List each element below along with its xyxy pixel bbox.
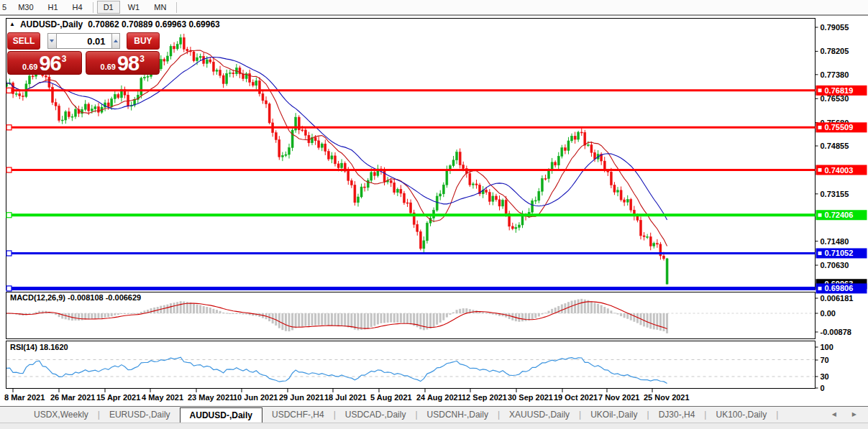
- line-anchor-handle[interactable]: [6, 125, 12, 130]
- macd-indicator-label: MACD(12,26,9) -0.008108 -0.006629: [10, 293, 141, 302]
- time-axis: 8 Mar 202126 Mar 202115 Apr 20214 May 20…: [4, 389, 690, 402]
- svg-text:30 Sep 2021: 30 Sep 2021: [508, 393, 553, 402]
- svg-text:8 Mar 2021: 8 Mar 2021: [4, 393, 45, 402]
- line-anchor-handle[interactable]: [6, 167, 12, 172]
- sell-price-sup: 3: [62, 54, 67, 64]
- line-anchor-handle[interactable]: [6, 286, 12, 291]
- sell-price-big: 96: [39, 54, 60, 73]
- chart-tab-eurusd-daily[interactable]: EURUSD-,Daily: [100, 407, 180, 423]
- line-price-label: 0.75509: [816, 122, 867, 132]
- chart-tab-usdcnh-daily[interactable]: USDCNH-,Daily: [418, 407, 498, 423]
- chart-tab-usdcad-daily[interactable]: USDCAD-,Daily: [336, 407, 416, 423]
- rsi-panel: [6, 341, 816, 389]
- svg-text:23 May 2021: 23 May 2021: [188, 393, 234, 402]
- svg-text:0.78205: 0.78205: [821, 47, 849, 55]
- volume-decrease-button[interactable]: [47, 33, 56, 49]
- svg-text:26 Mar 2021: 26 Mar 2021: [50, 393, 95, 402]
- tabs-scroll-left-icon[interactable]: ◀: [832, 412, 836, 418]
- svg-text:0.77380: 0.77380: [821, 70, 849, 79]
- volume-increase-button[interactable]: [111, 33, 120, 49]
- spin-down-icon: [50, 40, 54, 42]
- chart-tab-bar: USDX,Weekly|EURUSD-,DailyAUDUSD-,DailyUS…: [0, 406, 868, 423]
- line-price-label: 0.71052: [816, 248, 867, 258]
- svg-text:0.74855: 0.74855: [821, 142, 849, 150]
- svg-text:0.74003: 0.74003: [825, 166, 854, 175]
- svg-text:0.73155: 0.73155: [821, 190, 849, 198]
- volume-input[interactable]: [57, 33, 111, 49]
- svg-text:18 Jul 2021: 18 Jul 2021: [324, 393, 367, 402]
- svg-text:100: 100: [821, 343, 833, 351]
- line-price-label: 0.69806: [816, 283, 867, 293]
- svg-text:70: 70: [821, 356, 829, 364]
- chart-tab-xauusd-daily[interactable]: XAUUSD-,Daily: [500, 407, 579, 423]
- spin-up-icon: [114, 40, 118, 42]
- svg-text:19 Oct 2021: 19 Oct 2021: [554, 393, 598, 402]
- svg-text:0.76530: 0.76530: [821, 94, 849, 103]
- chart-tab-uk100-daily[interactable]: UK100-,Daily: [706, 407, 776, 423]
- svg-text:0.72406: 0.72406: [825, 211, 854, 219]
- sell-button[interactable]: SELL: [7, 32, 40, 50]
- svg-text:0.00: 0.00: [821, 309, 836, 318]
- line-price-label: 0.74003: [816, 165, 867, 175]
- one-click-trading-panel: SELL BUY 0.69 96 3 0.69 98 3: [7, 32, 160, 75]
- svg-text:4 May 2021: 4 May 2021: [142, 393, 183, 402]
- buy-button[interactable]: BUY: [127, 32, 160, 50]
- svg-text:0: 0: [821, 384, 825, 392]
- svg-text:0.79055: 0.79055: [821, 23, 849, 32]
- svg-text:10 Jun 2021: 10 Jun 2021: [233, 393, 278, 402]
- buy-price-prefix: 0.69: [101, 63, 116, 71]
- svg-text:0.69806: 0.69806: [825, 284, 854, 292]
- chart-tab-ukoil-daily[interactable]: UKOil-,Daily: [581, 407, 647, 423]
- line-anchor-handle[interactable]: [6, 251, 12, 256]
- chart-title: ▲ AUDUSD-,Daily 0.70862 0.70889 0.69963 …: [9, 19, 220, 29]
- line-price-label: 0.76819: [816, 86, 867, 96]
- tab-divider: |: [776, 407, 778, 423]
- tabs-scroll-right-icon[interactable]: ▶: [852, 412, 856, 418]
- svg-text:24 Aug 2021: 24 Aug 2021: [416, 393, 462, 402]
- buy-price-sup: 3: [140, 54, 145, 64]
- chart-tab-usdchf-h4[interactable]: USDCHF-,H4: [262, 407, 334, 423]
- sell-price-button[interactable]: 0.69 96 3: [7, 51, 82, 75]
- svg-text:0.006181: 0.006181: [821, 294, 854, 303]
- line-anchor-handle[interactable]: [6, 88, 12, 93]
- symbol-period-label: AUDUSD-,Daily: [20, 19, 83, 29]
- line-anchor-handle[interactable]: [6, 213, 12, 218]
- chart-tab-usdx-weekly[interactable]: USDX,Weekly: [24, 407, 98, 423]
- buy-price-big: 98: [117, 54, 139, 73]
- svg-text:25 Nov 2021: 25 Nov 2021: [644, 393, 690, 402]
- svg-text:0.71480: 0.71480: [821, 237, 849, 246]
- collapse-triangle-icon[interactable]: ▲: [9, 21, 15, 27]
- svg-text:29 Jun 2021: 29 Jun 2021: [279, 393, 324, 402]
- svg-text:0.71052: 0.71052: [825, 249, 854, 257]
- svg-text:30: 30: [821, 372, 829, 381]
- svg-text:15 Apr 2021: 15 Apr 2021: [96, 393, 140, 402]
- svg-text:7 Nov 2021: 7 Nov 2021: [598, 393, 639, 402]
- rsi-indicator-label: RSI(14) 18.1620: [10, 343, 68, 351]
- price-axis: 0.790550.782050.773800.765300.756800.748…: [816, 23, 854, 392]
- svg-text:0.75509: 0.75509: [825, 123, 854, 132]
- chart-tab-dj30-h4[interactable]: DJ30-,H4: [649, 407, 705, 423]
- chart-tab-audusd-daily[interactable]: AUDUSD-,Daily: [180, 407, 262, 423]
- buy-price-button[interactable]: 0.69 98 3: [86, 51, 160, 75]
- svg-text:0.76819: 0.76819: [825, 86, 854, 95]
- svg-text:0.70630: 0.70630: [821, 261, 849, 269]
- svg-text:12 Sep 2021: 12 Sep 2021: [462, 393, 507, 402]
- svg-text:-0.00878: -0.00878: [821, 328, 851, 336]
- svg-text:5 Aug 2021: 5 Aug 2021: [370, 393, 412, 402]
- sell-price-prefix: 0.69: [22, 63, 37, 71]
- ohlc-values: 0.70862 0.70889 0.69963 0.69963: [88, 19, 220, 29]
- line-price-label: 0.72406: [816, 210, 867, 220]
- status-bar: [0, 423, 868, 429]
